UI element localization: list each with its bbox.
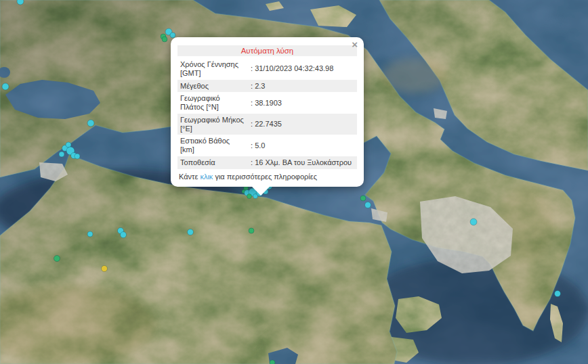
row-value: 31/10/2023 04:32:43.98 [248,58,357,80]
popup-row-longitude: Γεωγραφικό Μήκος [°E] 22.7435 [177,114,357,135]
popup-title: Αυτόματη λύση [177,45,357,56]
earthquake-marker[interactable] [54,256,60,262]
earthquake-marker[interactable] [87,120,94,127]
earthquake-marker[interactable] [2,83,9,90]
earthquake-marker[interactable] [75,154,80,159]
popup-footer: Κάντε κλικ για περισσότερες πληροφορίες [177,169,357,182]
close-icon[interactable]: × [352,39,358,49]
earthquake-marker[interactable] [87,231,93,237]
earthquake-marker[interactable] [102,266,108,272]
earthquake-popup: × Αυτόματη λύση Χρόνος Γέννησης [GMT] 31… [171,37,364,187]
popup-row-location: Τοποθεσία 16 Χλμ. ΒΑ του Ξυλοκάστρου [177,156,357,169]
row-label: Γεωγραφικό Μήκος [°E] [177,114,248,135]
row-value: 38.1903 [248,92,357,114]
earthquake-marker[interactable] [270,360,275,364]
row-label: Μέγεθος [177,80,248,93]
earthquake-marker[interactable] [360,196,366,201]
earthquake-marker[interactable] [249,228,254,233]
earthquake-marker[interactable] [162,37,167,42]
more-info-link[interactable]: κλικ [200,173,213,181]
earthquake-marker[interactable] [470,219,477,225]
popup-table: Χρόνος Γέννησης [GMT] 31/10/2023 04:32:4… [177,58,357,169]
earthquake-marker[interactable] [17,0,24,5]
earthquake-marker[interactable] [365,202,371,208]
earthquake-marker[interactable] [555,291,561,297]
earthquake-marker[interactable] [188,229,194,235]
earthquake-marker[interactable] [121,232,127,238]
row-label: Τοποθεσία [177,156,248,169]
popup-row-origin-time: Χρόνος Γέννησης [GMT] 31/10/2023 04:32:4… [177,58,357,80]
popup-row-depth: Εστιακό Βάθος [km] 5.0 [177,135,357,156]
row-value: 5.0 [248,135,357,156]
earthquake-marker[interactable] [59,152,64,157]
row-label: Χρόνος Γέννησης [GMT] [177,58,248,80]
row-value: 22.7435 [248,114,357,135]
popup-row-latitude: Γεωγραφικό Πλάτος [°N] 38.1903 [177,92,357,114]
popup-row-magnitude: Μέγεθος 2.3 [177,80,357,93]
row-value: 16 Χλμ. ΒΑ του Ξυλοκάστρου [248,156,357,169]
footer-text-post: για περισσότερες πληροφορίες [213,173,317,181]
earthquake-map-page: { "popup": { "title": "Αυτόματη λύση", "… [0,0,588,364]
popup-tail [251,186,270,196]
footer-text-pre: Κάντε [179,173,200,181]
row-value: 2.3 [248,80,357,93]
row-label: Γεωγραφικό Πλάτος [°N] [177,92,248,114]
row-label: Εστιακό Βάθος [km] [177,135,248,156]
